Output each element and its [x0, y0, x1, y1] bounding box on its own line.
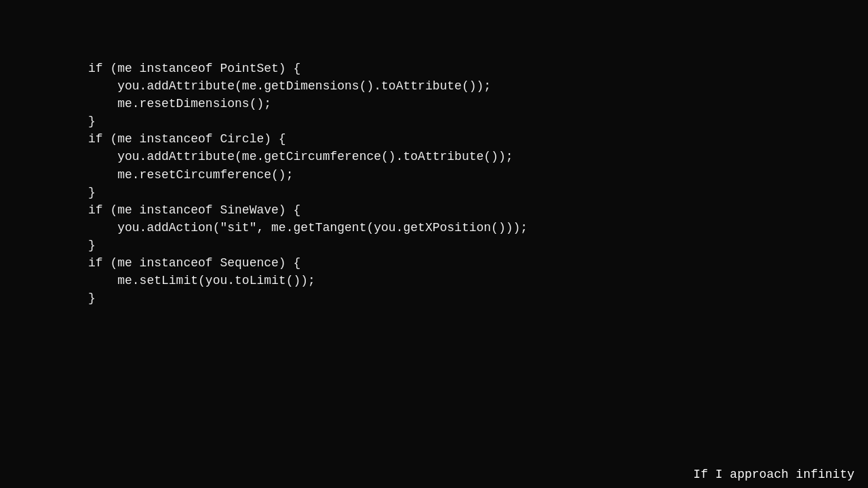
- code-display: if (me instanceof PointSet) { you.addAtt…: [88, 60, 528, 307]
- subtitle-text: If I approach infinity: [693, 468, 854, 481]
